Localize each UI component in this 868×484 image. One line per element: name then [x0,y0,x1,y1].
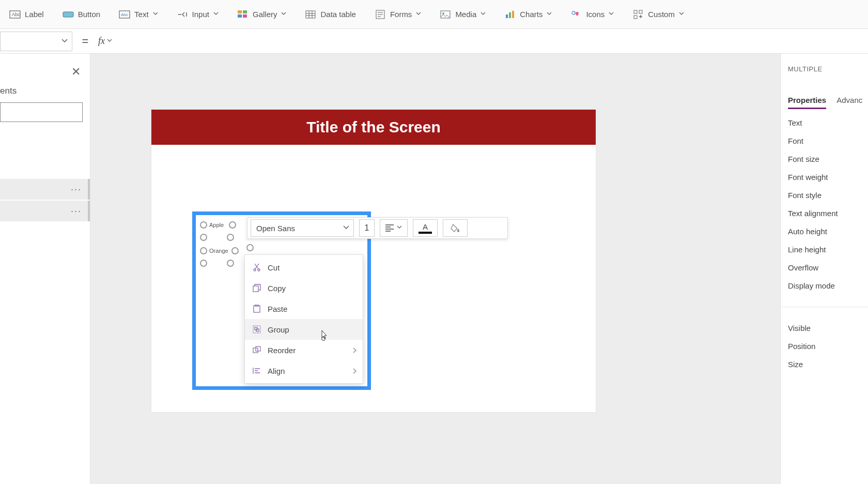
svg-rect-9 [306,11,315,18]
ctx-group[interactable]: Group [245,319,363,340]
tree-item[interactable]: ··· [0,179,90,200]
formula-input[interactable] [129,29,868,53]
resize-handle[interactable] [200,221,207,229]
close-icon[interactable]: ✕ [71,65,81,79]
ribbon-label-text: Icons [586,10,605,19]
chevron-down-icon [107,39,112,44]
formula-bar: = fx [0,29,868,54]
resize-handle[interactable] [200,247,207,254]
ctx-label: Paste [268,305,287,313]
ribbon-label-text: Button [78,10,100,19]
prop-display-mode[interactable]: Display mode [788,281,868,290]
resize-handle[interactable] [231,247,239,254]
more-icon[interactable]: ··· [71,184,82,195]
canvas[interactable]: Title of the Screen Apple Orange [90,54,780,484]
equals-sign: = [72,35,98,48]
svg-rect-22 [253,286,258,292]
divider [781,307,868,307]
ribbon-text[interactable]: Abc Text [114,6,163,23]
charts-icon [504,9,516,20]
ribbon-label[interactable]: Abc Label [4,6,49,23]
properties-panel: MULTIPLE Properties Advanc Text Font Fon… [780,54,868,484]
svg-rect-7 [238,14,242,18]
reorder-icon [252,345,261,355]
ribbon-gallery[interactable]: Gallery [232,6,292,23]
tree-item[interactable]: ··· [0,201,90,221]
svg-rect-14 [509,12,511,18]
prop-position[interactable]: Position [788,342,868,351]
color-a-icon: A [423,222,428,231]
gallery-icon [237,9,249,20]
resize-handle[interactable] [200,234,207,241]
ctx-align[interactable]: Align [245,360,363,381]
prop-font-weight[interactable]: Font weight [788,173,868,182]
tab-properties[interactable]: Properties [788,96,826,109]
ribbon-media[interactable]: Media [435,6,491,23]
prop-line-height[interactable]: Line height [788,245,868,254]
fill-color-button[interactable] [443,219,468,237]
font-dropdown[interactable]: Open Sans [251,219,354,237]
prop-font-style[interactable]: Font style [788,191,868,200]
ctx-reorder[interactable]: Reorder [245,340,363,360]
ribbon-label-text: Gallery [253,10,277,19]
resize-handle[interactable] [246,244,254,251]
resize-handle[interactable] [200,260,207,267]
paint-bucket-icon [450,223,460,233]
prop-text-alignment[interactable]: Text alignment [788,209,868,218]
ctx-paste[interactable]: Paste [245,298,363,319]
chevron-down-icon [281,12,286,17]
properties-tabs: Properties Advanc [788,96,868,109]
left-search-input[interactable] [0,102,83,122]
prop-text[interactable]: Text [788,118,868,127]
ribbon-input[interactable]: Input [172,6,224,23]
svg-rect-13 [506,14,508,18]
prop-font-size[interactable]: Font size [788,155,868,163]
resize-handle[interactable] [227,234,234,241]
resize-handle[interactable] [229,221,236,229]
cut-icon [252,263,261,272]
selected-handles-row [200,234,234,241]
tab-advanced[interactable]: Advanc [836,96,862,109]
chevron-down-icon [343,225,348,231]
font-size-input[interactable]: 1 [359,219,375,237]
prop-overflow[interactable]: Overflow [788,263,868,272]
font-name: Open Sans [256,224,295,233]
prop-size[interactable]: Size [788,360,868,369]
prop-auto-height[interactable]: Auto height [788,227,868,236]
ribbon-label-text: Charts [520,10,542,19]
svg-rect-2 [63,12,73,17]
font-color-button[interactable]: A [413,219,438,237]
chevron-down-icon [397,225,402,231]
chevron-down-icon [481,12,486,17]
ribbon-datatable[interactable]: Data table [300,6,361,23]
chevron-down-icon [153,12,158,17]
fx-button[interactable]: fx [98,36,129,47]
more-icon[interactable]: ··· [71,206,82,217]
ribbon-label-text: Input [192,10,209,19]
svg-rect-19 [634,16,637,19]
resize-handle[interactable] [227,260,234,267]
forms-icon [375,9,386,20]
svg-text:Abc: Abc [12,12,20,17]
svg-rect-23 [254,306,260,312]
ribbon-charts[interactable]: Charts [499,6,557,23]
ctx-label: Group [268,325,289,334]
align-dropdown[interactable] [380,219,408,237]
ribbon-custom[interactable]: Custom [627,6,689,23]
selected-label-2[interactable]: Orange [200,247,239,254]
ctx-label: Cut [268,263,280,272]
selected-label-1[interactable]: Apple [200,221,236,229]
ribbon-button[interactable]: Button [57,6,105,23]
ctx-copy[interactable]: Copy [245,278,363,298]
ribbon-forms[interactable]: Forms [369,6,427,23]
format-toolbar: Open Sans 1 A [247,217,508,239]
fx-label: fx [98,36,105,47]
prop-font[interactable]: Font [788,137,868,145]
prop-visible[interactable]: Visible [788,324,868,332]
ribbon-icons[interactable]: Icons [565,6,619,23]
ctx-cut[interactable]: Cut [245,257,363,278]
button-icon [63,9,74,20]
context-menu: Cut Copy Paste Group Reorder Align [244,254,363,384]
svg-rect-18 [639,10,642,13]
property-dropdown[interactable] [0,32,72,51]
